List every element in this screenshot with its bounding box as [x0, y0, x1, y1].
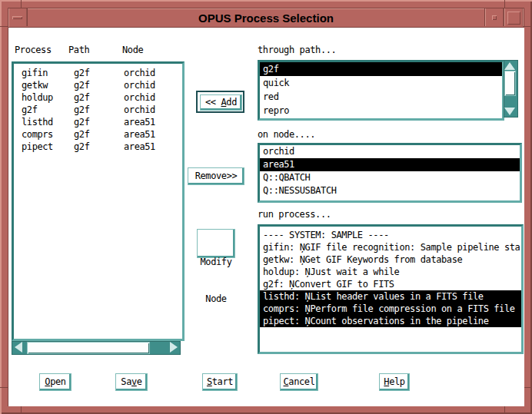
run-process-label: run process... — [258, 209, 331, 220]
list-item[interactable]: area51 — [260, 158, 520, 171]
dialog-body: Process Path Node gifing2forchid getkwg2… — [8, 27, 524, 406]
column-header-node: Node — [122, 45, 143, 55]
titlebar[interactable]: OPUS Process Selection — [8, 8, 524, 28]
list-item[interactable]: ---- SYSTEM: SAMPLE ---- — [260, 229, 521, 241]
maximize-icon — [507, 12, 520, 25]
run-process-list[interactable]: ---- SYSTEM: SAMPLE ---- gifin: ŅGIF fil… — [258, 224, 524, 354]
on-node-label: on node.... — [258, 129, 315, 140]
table-row[interactable]: comprsg2farea51 — [14, 128, 182, 141]
on-node-list[interactable]: orchid area51 Q::QBATCH Q::NESSUSBATCH — [258, 143, 522, 203]
table-row[interactable]: g2fg2forchid — [14, 104, 182, 116]
list-item[interactable]: g2f: ŅConvert GIF to FITS — [260, 278, 521, 290]
add-default-ring: << Add — [196, 91, 244, 113]
table-row[interactable]: getkwg2forchid — [14, 79, 182, 91]
process-list[interactable]: gifing2forchid getkwg2forchid holdupg2fo… — [12, 61, 185, 341]
table-row[interactable]: holdupg2forchid — [14, 91, 182, 104]
scroll-down-icon[interactable] — [504, 108, 515, 115]
maximize-button[interactable] — [504, 8, 524, 26]
list-item[interactable]: holdup: ŅJust wait a while — [260, 266, 521, 278]
frame-notch — [0, 26, 8, 27]
column-header-process: Process — [15, 45, 52, 55]
list-item[interactable]: gifin: ŅGIF file recognition: Sample pip… — [260, 241, 521, 253]
frame-notch — [504, 406, 505, 414]
remove-button[interactable]: Remove>> — [188, 167, 244, 185]
list-item[interactable]: Q::NESSUSBATCH — [260, 184, 520, 197]
scroll-up-icon[interactable] — [504, 62, 515, 70]
through-path-vscrollbar[interactable] — [504, 60, 518, 118]
table-row[interactable]: gifing2forchid — [14, 67, 182, 79]
list-item[interactable]: orchid — [260, 145, 520, 158]
list-item[interactable]: listhd: ŅList header values in a FITS fi… — [260, 290, 521, 303]
minimize-icon — [492, 15, 497, 20]
modify-node-button[interactable]: Modify Node — [197, 229, 235, 258]
open-button[interactable]: Open — [39, 373, 71, 391]
minimize-button[interactable] — [484, 8, 504, 26]
process-list-hscrollbar[interactable] — [12, 341, 181, 355]
list-item[interactable]: getkw: ŅGet GIF Keywords from database — [260, 253, 521, 266]
through-path-label: through path... — [258, 45, 336, 55]
list-item[interactable]: g2f — [260, 62, 502, 76]
frame-notch — [21, 406, 22, 414]
scroll-right-icon[interactable] — [170, 342, 178, 353]
window-title: OPUS Process Selection — [8, 8, 524, 28]
scroll-left-icon[interactable] — [15, 342, 22, 353]
cancel-button[interactable]: Cancel — [280, 373, 318, 391]
save-button[interactable]: Save — [115, 373, 148, 391]
add-button[interactable]: << Add — [200, 94, 242, 111]
list-item[interactable]: comprs: ŅPerform file compression on a F… — [260, 303, 521, 315]
list-item[interactable]: red — [260, 90, 502, 104]
help-button[interactable]: Help — [379, 373, 410, 391]
start-button[interactable]: Start — [202, 373, 238, 391]
window-frame: OPUS Process Selection Process Path Node… — [0, 0, 532, 414]
frame-notch — [0, 387, 8, 388]
column-header-path: Path — [68, 45, 89, 55]
table-row[interactable]: pipectg2farea51 — [14, 141, 182, 153]
frame-notch — [524, 26, 532, 27]
list-item[interactable]: Q::QBATCH — [260, 171, 520, 184]
through-path-list[interactable]: g2f quick red repro — [258, 60, 504, 121]
vscrollbar-thumb[interactable] — [504, 71, 516, 96]
hscrollbar-thumb[interactable] — [27, 342, 150, 354]
frame-notch — [524, 387, 532, 388]
list-item[interactable]: repro — [260, 104, 502, 118]
list-item[interactable]: quick — [260, 76, 502, 90]
frame-notch — [504, 0, 505, 8]
frame-notch — [21, 0, 22, 8]
list-item[interactable]: pipect: ŅCount observations in the pipel… — [260, 315, 521, 327]
table-row[interactable]: listhdg2farea51 — [14, 116, 182, 128]
